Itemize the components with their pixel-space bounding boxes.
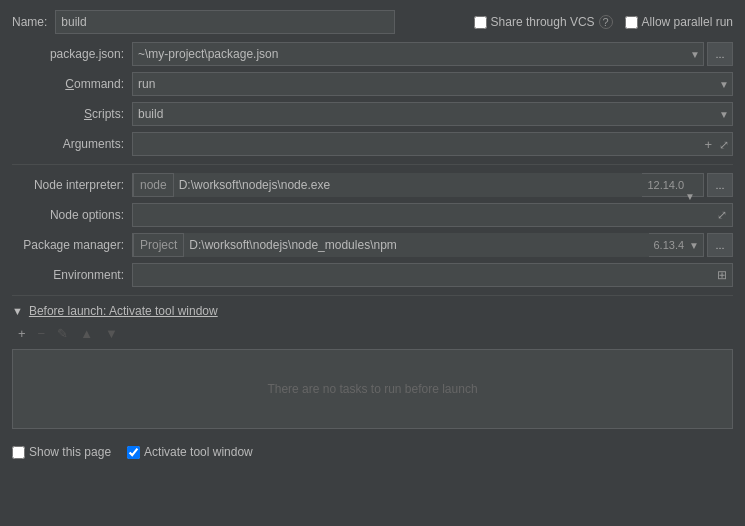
allow-parallel-checkbox[interactable] [625, 16, 638, 29]
node-interpreter-field: node 12.14.0 ▼ ... [132, 173, 733, 197]
activate-tool-checkbox[interactable] [127, 446, 140, 459]
arguments-add-icon[interactable]: + [702, 135, 714, 154]
package-json-row: package.json: ▼ ... [12, 42, 733, 66]
node-options-label: Node options: [12, 208, 132, 222]
package-path-input[interactable] [184, 233, 648, 257]
package-manager-label: Package manager: [12, 238, 132, 252]
main-container: Name: Share through VCS ? Allow parallel… [0, 0, 745, 475]
before-launch-down-button[interactable]: ▼ [101, 324, 122, 343]
node-inner: node [133, 173, 642, 197]
arguments-label: Arguments: [12, 137, 132, 151]
package-browse-button[interactable]: ... [707, 233, 733, 257]
node-options-expand-icon[interactable]: ⤢ [715, 206, 729, 224]
package-json-input[interactable] [132, 42, 704, 66]
package-manager-field: Project 6.13.4 ▼ ... [132, 233, 733, 257]
node-options-field: ⤢ [132, 203, 733, 227]
name-label: Name: [12, 15, 47, 29]
collapse-arrow-icon[interactable]: ▼ [12, 305, 23, 317]
package-manager-wrapper: Project 6.13.4 ▼ [132, 233, 704, 257]
node-version-tag: 12.14.0 [642, 179, 689, 191]
before-launch-title: Before launch: Activate tool window [29, 304, 218, 318]
show-page-checkbox[interactable] [12, 446, 25, 459]
environment-label: Environment: [12, 268, 132, 282]
share-vcs-label: Share through VCS [491, 15, 595, 29]
package-json-browse-button[interactable]: ... [707, 42, 733, 66]
no-tasks-label: There are no tasks to run before launch [267, 382, 477, 396]
node-options-row: Node options: ⤢ [12, 203, 733, 227]
environment-row: Environment: ⊞ [12, 263, 733, 287]
bottom-bar: Show this page Activate tool window [12, 439, 733, 465]
node-dropdown-icon: ▼ [685, 191, 695, 202]
package-dropdown-icon: ▼ [689, 240, 699, 251]
before-launch-section: ▼ Before launch: Activate tool window + … [12, 304, 733, 429]
share-vcs-help-icon[interactable]: ? [599, 15, 613, 29]
scripts-field: build ▼ [132, 102, 733, 126]
allow-parallel-label: Allow parallel run [642, 15, 733, 29]
environment-input[interactable] [132, 263, 733, 287]
arguments-expand-icon[interactable]: ⤢ [717, 135, 731, 154]
command-select[interactable]: run [132, 72, 733, 96]
environment-table-icon[interactable]: ⊞ [715, 266, 729, 284]
command-field: run ▼ [132, 72, 733, 96]
show-page-label: Show this page [29, 445, 111, 459]
arguments-field: + ⤢ [132, 132, 733, 156]
before-launch-header: ▼ Before launch: Activate tool window [12, 304, 733, 318]
package-prefix: Project [133, 233, 184, 257]
node-interpreter-label: Node interpreter: [12, 178, 132, 192]
node-options-input[interactable] [132, 203, 733, 227]
package-version-tag: 6.13.4 [649, 239, 690, 251]
node-browse-button[interactable]: ... [707, 173, 733, 197]
name-input[interactable] [55, 10, 395, 34]
package-json-label: package.json: [12, 47, 132, 61]
package-manager-row: Package manager: Project 6.13.4 ▼ ... [12, 233, 733, 257]
activate-tool-group: Activate tool window [127, 445, 253, 459]
environment-field: ⊞ [132, 263, 733, 287]
show-page-group: Show this page [12, 445, 111, 459]
before-launch-add-button[interactable]: + [14, 324, 30, 343]
node-path-input[interactable] [174, 173, 643, 197]
before-launch-content: There are no tasks to run before launch [12, 349, 733, 429]
header-row: Name: Share through VCS ? Allow parallel… [12, 10, 733, 34]
arguments-icons: + ⤢ [702, 135, 731, 154]
header-options: Share through VCS ? Allow parallel run [474, 15, 733, 29]
scripts-label: Scripts: [12, 107, 132, 121]
node-interpreter-wrapper: node 12.14.0 ▼ [132, 173, 704, 197]
node-interpreter-row: Node interpreter: node 12.14.0 ▼ ... [12, 173, 733, 197]
allow-parallel-group: Allow parallel run [625, 15, 733, 29]
before-launch-remove-button[interactable]: − [34, 324, 50, 343]
command-label: CCommand:ommand: [12, 77, 132, 91]
package-json-select-wrapper: ▼ [132, 42, 704, 66]
activate-tool-label: Activate tool window [144, 445, 253, 459]
before-launch-edit-button[interactable]: ✎ [53, 324, 72, 343]
share-vcs-checkbox[interactable] [474, 16, 487, 29]
divider-2 [12, 295, 733, 296]
before-launch-up-button[interactable]: ▲ [76, 324, 97, 343]
scripts-select[interactable]: build [132, 102, 733, 126]
arguments-input[interactable] [132, 132, 733, 156]
package-json-field: ▼ ... [132, 42, 733, 66]
arguments-row: Arguments: + ⤢ [12, 132, 733, 156]
scripts-row: Scripts: build ▼ [12, 102, 733, 126]
share-vcs-group: Share through VCS ? [474, 15, 613, 29]
node-prefix: node [133, 173, 174, 197]
divider-1 [12, 164, 733, 165]
before-launch-toolbar: + − ✎ ▲ ▼ [12, 324, 733, 343]
package-inner: Project [133, 233, 649, 257]
scripts-select-wrapper: build ▼ [132, 102, 733, 126]
command-row: CCommand:ommand: run ▼ [12, 72, 733, 96]
command-select-wrapper: run ▼ [132, 72, 733, 96]
